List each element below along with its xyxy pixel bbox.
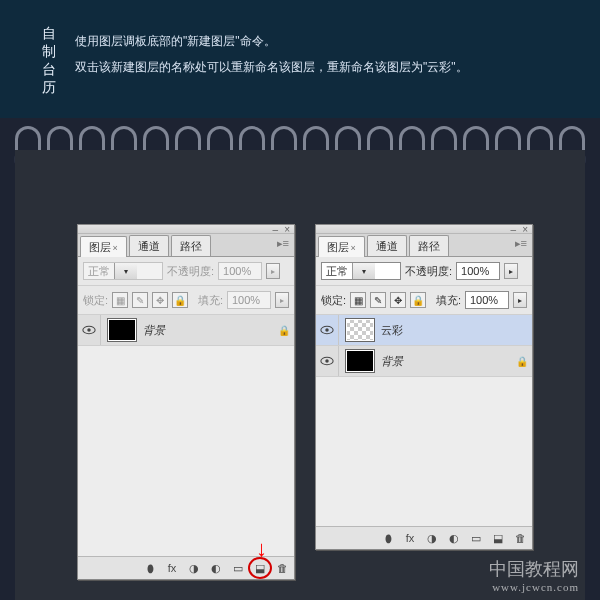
lock-position-icon[interactable]: ✥	[152, 292, 168, 308]
lock-paint-icon[interactable]: ✎	[370, 292, 386, 308]
layer-thumbnail[interactable]	[345, 318, 375, 342]
opacity-slider-icon[interactable]: ▸	[266, 263, 280, 279]
group-icon[interactable]: ▭	[230, 561, 246, 575]
fill-slider-icon[interactable]: ▸	[513, 292, 527, 308]
tutorial-banner: 自制台历 使用图层调板底部的"新建图层"命令。 双击该新建图层的名称处可以重新命…	[0, 0, 600, 118]
eye-icon	[82, 325, 96, 335]
tab-layers[interactable]: 图层 ×	[318, 236, 365, 257]
lock-fill-row: 锁定: ▦ ✎ ✥ 🔒 填充: 100% ▸	[316, 286, 532, 315]
fill-label: 填充:	[198, 293, 223, 308]
lock-icon: 🔒	[516, 356, 532, 367]
panel-menu-icon[interactable]: ▸≡	[515, 237, 527, 250]
adjustment-layer-icon[interactable]: ◐	[446, 531, 462, 545]
panel-tabs: 图层 × 通道 路径 ▸≡	[78, 234, 294, 257]
delete-layer-icon[interactable]: 🗑	[274, 561, 290, 575]
layer-name[interactable]: 背景	[381, 354, 516, 369]
visibility-toggle[interactable]	[316, 315, 339, 345]
fx-icon[interactable]: fx	[402, 531, 418, 545]
svg-point-1	[87, 328, 91, 332]
layers-list: 云彩 背景 🔒	[316, 315, 532, 377]
group-icon[interactable]: ▭	[468, 531, 484, 545]
layer-thumbnail[interactable]	[107, 318, 137, 342]
chevron-down-icon: ▾	[114, 263, 137, 279]
panel-titlebar[interactable]: –×	[316, 225, 532, 234]
layer-mask-icon[interactable]: ◑	[186, 561, 202, 575]
lock-transparency-icon[interactable]: ▦	[112, 292, 128, 308]
lock-icon: 🔒	[278, 325, 294, 336]
lock-fill-row: 锁定: ▦ ✎ ✥ 🔒 填充: 100% ▸	[78, 286, 294, 315]
fill-input[interactable]: 100%	[227, 291, 271, 309]
tab-channels[interactable]: 通道	[367, 235, 407, 256]
description-line-2: 双击该新建图层的名称处可以重新命名该图层，重新命名该图层为"云彩"。	[75, 54, 468, 80]
new-layer-icon[interactable]: ⬓	[252, 561, 268, 575]
opacity-slider-icon[interactable]: ▸	[504, 263, 518, 279]
adjustment-layer-icon[interactable]: ◐	[208, 561, 224, 575]
opacity-label: 不透明度:	[167, 264, 214, 279]
svg-point-5	[325, 359, 329, 363]
panel-footer: ⬮ fx ◑ ◐ ▭ ⬓ 🗑	[78, 556, 294, 579]
opacity-label: 不透明度:	[405, 264, 452, 279]
fx-icon[interactable]: fx	[164, 561, 180, 575]
layer-thumbnail[interactable]	[345, 349, 375, 373]
blend-opacity-row: 正常▾ 不透明度: 100% ▸	[78, 257, 294, 286]
blend-mode-select[interactable]: 正常▾	[321, 262, 401, 280]
tab-channels[interactable]: 通道	[129, 235, 169, 256]
panel-menu-icon[interactable]: ▸≡	[277, 237, 289, 250]
lock-label: 锁定:	[83, 293, 108, 308]
description-line-1: 使用图层调板底部的"新建图层"命令。	[75, 28, 468, 54]
visibility-toggle[interactable]	[316, 346, 339, 376]
tab-paths[interactable]: 路径	[409, 235, 449, 256]
watermark: 中国教程网 www.jcwcn.com	[489, 560, 579, 596]
opacity-input[interactable]: 100%	[218, 262, 262, 280]
lock-paint-icon[interactable]: ✎	[132, 292, 148, 308]
panel-footer: ⬮ fx ◑ ◐ ▭ ⬓ 🗑	[316, 526, 532, 549]
layers-list: 背景 🔒	[78, 315, 294, 346]
blend-opacity-row: 正常▾ 不透明度: 100% ▸	[316, 257, 532, 286]
eye-icon	[320, 356, 334, 366]
layer-name[interactable]: 背景	[143, 323, 278, 338]
panel-tabs: 图层 × 通道 路径 ▸≡	[316, 234, 532, 257]
link-layers-icon[interactable]: ⬮	[380, 531, 396, 545]
tab-paths[interactable]: 路径	[171, 235, 211, 256]
lock-label: 锁定:	[321, 293, 346, 308]
layer-row-cloud[interactable]: 云彩	[316, 315, 532, 346]
layers-panel-before: –× 图层 × 通道 路径 ▸≡ 正常▾ 不透明度: 100% ▸ 锁定: ▦ …	[77, 224, 295, 580]
lock-transparency-icon[interactable]: ▦	[350, 292, 366, 308]
tutorial-description: 使用图层调板底部的"新建图层"命令。 双击该新建图层的名称处可以重新命名该图层，…	[75, 28, 468, 80]
page-area: 网络例教程 –× 图层 × 通道 路径 ▸≡ 正常▾ 不透明度: 100% ▸ …	[15, 150, 585, 600]
visibility-toggle[interactable]	[78, 315, 101, 345]
layers-panel-after: –× 图层 × 通道 路径 ▸≡ 正常▾ 不透明度: 100% ▸ 锁定: ▦ …	[315, 224, 533, 550]
layer-name[interactable]: 云彩	[381, 323, 532, 338]
eye-icon	[320, 325, 334, 335]
lock-position-icon[interactable]: ✥	[390, 292, 406, 308]
layer-mask-icon[interactable]: ◑	[424, 531, 440, 545]
link-layers-icon[interactable]: ⬮	[142, 561, 158, 575]
blend-mode-select[interactable]: 正常▾	[83, 262, 163, 280]
new-layer-icon[interactable]: ⬓	[490, 531, 506, 545]
opacity-input[interactable]: 100%	[456, 262, 500, 280]
layer-row-background[interactable]: 背景 🔒	[316, 346, 532, 377]
delete-layer-icon[interactable]: 🗑	[512, 531, 528, 545]
chevron-down-icon: ▾	[352, 263, 375, 279]
lock-all-icon[interactable]: 🔒	[410, 292, 426, 308]
tab-layers[interactable]: 图层 ×	[80, 236, 127, 257]
layer-row-background[interactable]: 背景 🔒	[78, 315, 294, 346]
lock-all-icon[interactable]: 🔒	[172, 292, 188, 308]
fill-slider-icon[interactable]: ▸	[275, 292, 289, 308]
tutorial-title: 自制台历	[42, 24, 58, 96]
svg-point-3	[325, 328, 329, 332]
tab-close-icon[interactable]: ×	[110, 243, 118, 253]
panel-titlebar[interactable]: –×	[78, 225, 294, 234]
fill-input[interactable]: 100%	[465, 291, 509, 309]
fill-label: 填充:	[436, 293, 461, 308]
tab-close-icon[interactable]: ×	[348, 243, 356, 253]
